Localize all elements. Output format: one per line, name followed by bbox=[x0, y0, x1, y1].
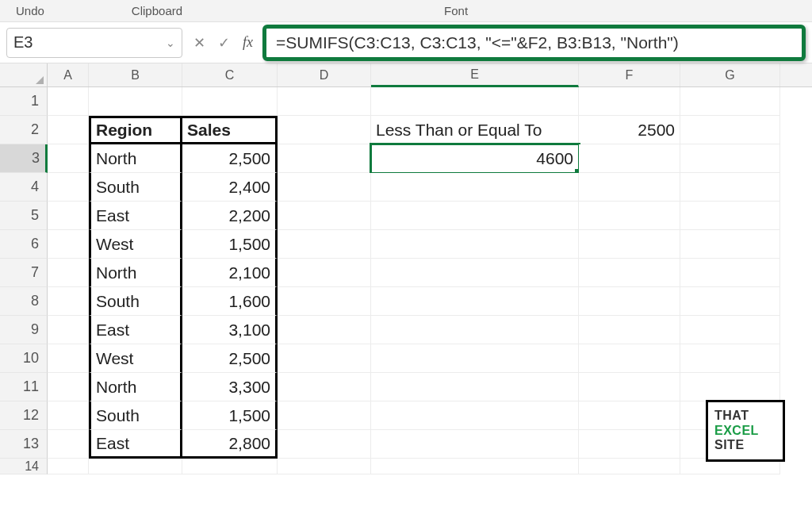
col-header-E[interactable]: E bbox=[371, 63, 579, 87]
cell-D7[interactable] bbox=[278, 259, 371, 287]
cell-B14[interactable] bbox=[89, 459, 182, 474]
col-header-A[interactable]: A bbox=[48, 63, 89, 86]
row-header-13[interactable]: 13 bbox=[0, 430, 48, 459]
cell-B11[interactable]: North bbox=[89, 373, 182, 401]
cell-E6[interactable] bbox=[371, 230, 579, 259]
cell-A4[interactable] bbox=[48, 173, 89, 202]
cell-E5[interactable] bbox=[371, 202, 579, 230]
cell-C6[interactable]: 1,500 bbox=[182, 230, 278, 259]
formula-bar[interactable]: =SUMIFS(C3:C13, C3:C13, "<="&F2, B3:B13,… bbox=[262, 25, 806, 61]
col-header-G[interactable]: G bbox=[680, 63, 780, 86]
cell-D8[interactable] bbox=[278, 287, 371, 316]
name-box[interactable]: E3 ⌄ bbox=[6, 28, 182, 58]
cell-F8[interactable] bbox=[579, 287, 680, 316]
cell-D3[interactable] bbox=[278, 144, 371, 173]
cell-B4[interactable]: South bbox=[89, 173, 182, 202]
cell-A11[interactable] bbox=[48, 373, 89, 401]
cell-F5[interactable] bbox=[579, 202, 680, 230]
cell-G1[interactable] bbox=[680, 87, 780, 116]
row-header-4[interactable]: 4 bbox=[0, 173, 48, 202]
cell-B10[interactable]: West bbox=[89, 344, 182, 373]
cell-C13[interactable]: 2,800 bbox=[182, 430, 278, 459]
cell-B1[interactable] bbox=[89, 87, 182, 116]
col-header-B[interactable]: B bbox=[89, 63, 182, 86]
cell-B9[interactable]: East bbox=[89, 316, 182, 344]
cell-B3[interactable]: North bbox=[89, 144, 182, 173]
cell-G9[interactable] bbox=[680, 316, 780, 344]
cell-C11[interactable]: 3,300 bbox=[182, 373, 278, 401]
cell-G5[interactable] bbox=[680, 202, 780, 230]
row-header-10[interactable]: 10 bbox=[0, 344, 48, 373]
cell-E13[interactable] bbox=[371, 430, 579, 459]
cell-D13[interactable] bbox=[278, 430, 371, 459]
cell-E8[interactable] bbox=[371, 287, 579, 316]
cell-E12[interactable] bbox=[371, 401, 579, 430]
cell-G6[interactable] bbox=[680, 230, 780, 259]
cell-F13[interactable] bbox=[579, 430, 680, 459]
cell-D11[interactable] bbox=[278, 373, 371, 401]
cell-E9[interactable] bbox=[371, 316, 579, 344]
row-header-6[interactable]: 6 bbox=[0, 230, 48, 259]
cell-A8[interactable] bbox=[48, 287, 89, 316]
cell-C5[interactable]: 2,200 bbox=[182, 202, 278, 230]
cell-A5[interactable] bbox=[48, 202, 89, 230]
row-header-1[interactable]: 1 bbox=[0, 87, 48, 116]
row-header-2[interactable]: 2 bbox=[0, 116, 48, 144]
cell-F7[interactable] bbox=[579, 259, 680, 287]
cell-F1[interactable] bbox=[579, 87, 680, 116]
cell-A13[interactable] bbox=[48, 430, 89, 459]
cell-F11[interactable] bbox=[579, 373, 680, 401]
row-header-9[interactable]: 9 bbox=[0, 316, 48, 344]
cell-A1[interactable] bbox=[48, 87, 89, 116]
cell-D9[interactable] bbox=[278, 316, 371, 344]
cell-G2[interactable] bbox=[680, 116, 780, 144]
cell-E10[interactable] bbox=[371, 344, 579, 373]
cell-B13[interactable]: East bbox=[89, 430, 182, 459]
cell-A9[interactable] bbox=[48, 316, 89, 344]
cell-B8[interactable]: South bbox=[89, 287, 182, 316]
cell-C12[interactable]: 1,500 bbox=[182, 401, 278, 430]
cell-C4[interactable]: 2,400 bbox=[182, 173, 278, 202]
row-header-5[interactable]: 5 bbox=[0, 202, 48, 230]
cell-F10[interactable] bbox=[579, 344, 680, 373]
cell-D2[interactable] bbox=[278, 116, 371, 144]
cell-D12[interactable] bbox=[278, 401, 371, 430]
cell-G7[interactable] bbox=[680, 259, 780, 287]
cell-B2[interactable]: Region bbox=[89, 116, 182, 144]
cell-G10[interactable] bbox=[680, 344, 780, 373]
cell-D5[interactable] bbox=[278, 202, 371, 230]
col-header-F[interactable]: F bbox=[579, 63, 680, 86]
cell-D10[interactable] bbox=[278, 344, 371, 373]
cell-A10[interactable] bbox=[48, 344, 89, 373]
cell-A14[interactable] bbox=[48, 459, 89, 474]
cell-C9[interactable]: 3,100 bbox=[182, 316, 278, 344]
cell-F9[interactable] bbox=[579, 316, 680, 344]
cell-E14[interactable] bbox=[371, 459, 579, 474]
cell-C8[interactable]: 1,600 bbox=[182, 287, 278, 316]
cell-E1[interactable] bbox=[371, 87, 579, 116]
cell-F12[interactable] bbox=[579, 401, 680, 430]
cell-F2[interactable]: 2500 bbox=[579, 116, 680, 144]
row-header-12[interactable]: 12 bbox=[0, 401, 48, 430]
cancel-icon[interactable]: ✕ bbox=[193, 34, 205, 52]
cell-B12[interactable]: South bbox=[89, 401, 182, 430]
cell-C14[interactable] bbox=[182, 459, 278, 474]
cell-F4[interactable] bbox=[579, 173, 680, 202]
cell-D6[interactable] bbox=[278, 230, 371, 259]
cell-E11[interactable] bbox=[371, 373, 579, 401]
cell-F6[interactable] bbox=[579, 230, 680, 259]
cell-C1[interactable] bbox=[182, 87, 278, 116]
cell-G4[interactable] bbox=[680, 173, 780, 202]
cell-D4[interactable] bbox=[278, 173, 371, 202]
cell-A6[interactable] bbox=[48, 230, 89, 259]
cell-E2[interactable]: Less Than or Equal To bbox=[371, 116, 579, 144]
cell-C3[interactable]: 2,500 bbox=[182, 144, 278, 173]
col-header-C[interactable]: C bbox=[182, 63, 278, 86]
row-header-7[interactable]: 7 bbox=[0, 259, 48, 287]
cell-A2[interactable] bbox=[48, 116, 89, 144]
cell-G11[interactable] bbox=[680, 373, 780, 401]
cell-B5[interactable]: East bbox=[89, 202, 182, 230]
chevron-down-icon[interactable]: ⌄ bbox=[166, 36, 175, 49]
cell-A3[interactable] bbox=[48, 144, 89, 173]
select-all-triangle[interactable] bbox=[0, 63, 48, 86]
